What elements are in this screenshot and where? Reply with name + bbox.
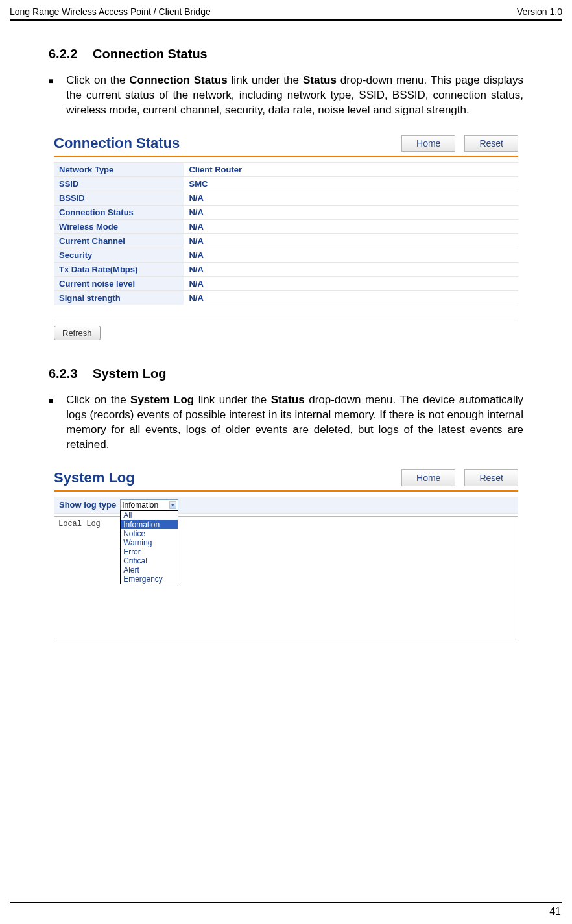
row-label: Network Type <box>54 162 184 176</box>
select-value: Infomation <box>122 501 158 510</box>
status-table: Network TypeClient Router SSIDSMC BSSIDN… <box>54 162 518 305</box>
dropdown-option[interactable]: Warning <box>121 538 178 547</box>
row-label: SSID <box>54 176 184 191</box>
row-value: N/A <box>184 290 518 305</box>
reset-button[interactable]: Reset <box>464 135 518 152</box>
row-value: Client Router <box>184 162 518 176</box>
row-value: N/A <box>184 219 518 233</box>
home-button[interactable]: Home <box>401 469 455 486</box>
log-type-dropdown[interactable]: All Infomation Notice Warning Error Crit… <box>120 510 178 584</box>
connection-status-panel: Connection Status Home Reset Network Typ… <box>49 132 523 340</box>
reset-button[interactable]: Reset <box>464 469 518 486</box>
bullet-icon: ■ <box>49 393 53 453</box>
header-left: Long Range Wireless Access Point / Clien… <box>10 6 211 17</box>
paragraph-text: Click on the System Log link under the S… <box>66 393 523 453</box>
panel-title: System Log <box>54 469 135 486</box>
row-label: Tx Data Rate(Mbps) <box>54 262 184 276</box>
chevron-down-icon: ▾ <box>169 501 176 509</box>
log-type-label: Show log type <box>59 500 116 510</box>
dropdown-option[interactable]: Alert <box>121 565 178 575</box>
row-label: BSSID <box>54 191 184 205</box>
section-title: System Log <box>93 366 166 381</box>
dropdown-option[interactable]: Notice <box>121 529 178 538</box>
paragraph: ■ Click on the System Log link under the… <box>49 393 523 453</box>
page-number: 41 <box>10 906 562 918</box>
section-number: 6.2.3 <box>49 366 77 381</box>
paragraph-text: Click on the Connection Status link unde… <box>66 73 523 118</box>
home-button[interactable]: Home <box>401 135 455 152</box>
divider <box>54 320 518 320</box>
dropdown-option[interactable]: All <box>121 511 178 520</box>
row-value: N/A <box>184 262 518 276</box>
section-number: 6.2.2 <box>49 47 77 62</box>
row-value: SMC <box>184 176 518 191</box>
row-label: Security <box>54 248 184 262</box>
dropdown-option[interactable]: Emergency <box>121 575 178 584</box>
dropdown-option[interactable]: Critical <box>121 556 178 565</box>
panel-header: Connection Status Home Reset <box>54 132 518 157</box>
row-label: Signal strength <box>54 290 184 305</box>
row-value: N/A <box>184 191 518 205</box>
row-label: Current Channel <box>54 233 184 248</box>
row-label: Current noise level <box>54 276 184 290</box>
log-type-select[interactable]: Infomation ▾ <box>120 499 178 511</box>
footer-rule <box>10 902 562 903</box>
dropdown-option[interactable]: Error <box>121 547 178 556</box>
system-log-panel: System Log Home Reset Show log type Info… <box>49 467 523 639</box>
bullet-icon: ■ <box>49 73 53 118</box>
page-header: Long Range Wireless Access Point / Clien… <box>10 6 562 21</box>
row-value: N/A <box>184 233 518 248</box>
paragraph: ■ Click on the Connection Status link un… <box>49 73 523 118</box>
row-value: N/A <box>184 205 518 219</box>
page-footer: 41 <box>10 895 562 918</box>
dropdown-option[interactable]: Infomation <box>121 520 178 529</box>
header-right: Version 1.0 <box>517 6 562 17</box>
log-type-bar: Show log type Infomation ▾ All Infomatio… <box>54 497 518 514</box>
section-heading: 6.2.3 System Log <box>49 366 523 381</box>
section-heading: 6.2.2 Connection Status <box>49 47 523 62</box>
row-label: Wireless Mode <box>54 219 184 233</box>
row-label: Connection Status <box>54 205 184 219</box>
page-content: 6.2.2 Connection Status ■ Click on the C… <box>10 40 562 895</box>
row-value: N/A <box>184 248 518 262</box>
section-title: Connection Status <box>93 47 208 61</box>
refresh-button[interactable]: Refresh <box>54 326 101 340</box>
panel-title: Connection Status <box>54 135 180 152</box>
row-value: N/A <box>184 276 518 290</box>
panel-header: System Log Home Reset <box>54 467 518 492</box>
